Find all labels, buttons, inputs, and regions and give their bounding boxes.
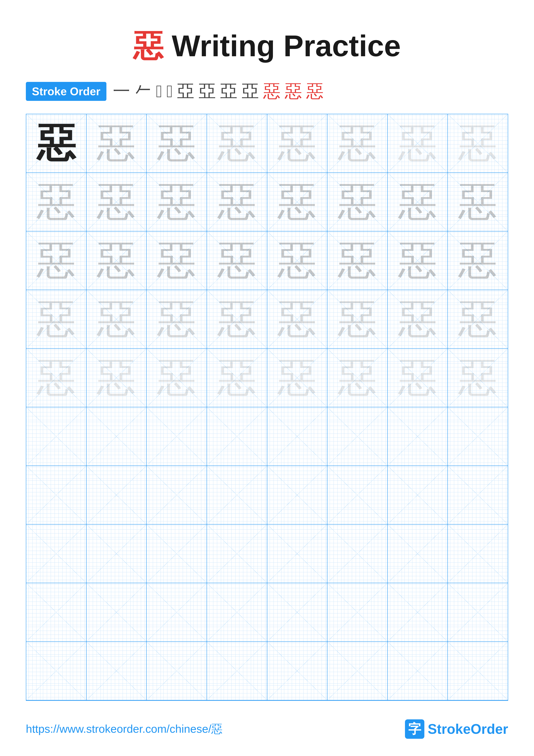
grid-cell[interactable] [207,642,267,700]
grid-cell[interactable] [267,466,328,524]
grid-cell[interactable]: 惡 [267,231,328,290]
grid-cell[interactable] [267,407,328,466]
page-title: 惡 Writing Practice [0,0,534,67]
grid-cell[interactable] [327,525,388,583]
grid-cell[interactable] [327,407,388,466]
grid-cell[interactable] [87,407,147,466]
grid-cell[interactable]: 惡 [87,114,147,173]
grid-cell[interactable]: 惡 [147,290,207,348]
grid-cell[interactable]: 惡 [267,349,328,407]
grid-cell[interactable]: 惡 [147,173,207,231]
grid-cell[interactable]: 惡 [327,231,388,290]
cell-char: 惡 [157,182,196,221]
grid-cell[interactable] [267,642,328,700]
grid-cell[interactable]: 惡 [388,349,448,407]
grid-cell[interactable]: 惡 [87,290,147,348]
grid-cell[interactable] [207,407,267,466]
grid-cell[interactable] [147,583,207,641]
grid-cell[interactable] [267,583,328,641]
stroke-9: 惡 [263,80,280,103]
grid-cell[interactable]: 惡 [26,231,87,290]
grid-cell[interactable]: 惡 [448,290,508,348]
cell-char: 惡 [37,300,76,338]
grid-cell[interactable] [147,407,207,466]
grid-cell[interactable]: 惡 [207,231,267,290]
grid-cell[interactable]: 惡 [26,290,87,348]
grid-cell[interactable] [267,525,328,583]
cell-char: 惡 [97,182,136,221]
grid-cell[interactable]: 惡 [448,231,508,290]
grid-cell[interactable]: 惡 [26,349,87,407]
grid-cell[interactable]: 惡 [448,173,508,231]
stroke-order-badge: Stroke Order [26,82,106,101]
grid-cell[interactable]: 惡 [267,114,328,173]
grid-cell[interactable] [87,525,147,583]
grid-cell[interactable] [327,642,388,700]
grid-cell[interactable]: 惡 [327,290,388,348]
cell-char: 惡 [458,182,497,221]
grid-cell[interactable] [26,525,87,583]
grid-cell[interactable] [448,466,508,524]
cell-char: 惡 [97,358,136,397]
grid-cell[interactable]: 惡 [26,173,87,231]
stroke-11: 惡 [306,80,323,103]
grid-row: 惡惡惡惡惡惡惡惡 [26,231,508,290]
grid-cell[interactable] [26,583,87,641]
grid-cell[interactable]: 惡 [388,173,448,231]
grid-cell[interactable] [26,642,87,700]
grid-cell[interactable] [147,525,207,583]
grid-cell[interactable] [388,466,448,524]
grid-cell[interactable] [207,525,267,583]
stroke-order-chars: 一 𠂉 𠃊 𠂇 亞 亞 亞 亞 惡 惡 惡 [113,80,323,103]
grid-cell[interactable] [26,466,87,524]
grid-cell[interactable] [87,466,147,524]
grid-cell[interactable]: 惡 [448,114,508,173]
grid-cell[interactable] [327,583,388,641]
grid-cell[interactable]: 惡 [147,231,207,290]
grid-cell[interactable] [207,583,267,641]
grid-cell[interactable] [388,583,448,641]
grid-cell[interactable] [87,642,147,700]
grid-cell[interactable]: 惡 [388,290,448,348]
cell-char: 惡 [217,182,256,221]
grid-cell[interactable]: 惡 [207,349,267,407]
grid-cell[interactable] [388,525,448,583]
grid-cell[interactable] [448,525,508,583]
grid-cell[interactable] [147,466,207,524]
grid-cell[interactable]: 惡 [388,114,448,173]
grid-cell[interactable]: 惡 [147,114,207,173]
grid-cell[interactable]: 惡 [87,349,147,407]
grid-cell[interactable]: 惡 [267,290,328,348]
grid-cell[interactable] [26,407,87,466]
footer-brand: 字 StrokeOrder [405,719,508,739]
grid-cell[interactable]: 惡 [207,173,267,231]
grid-cell[interactable] [448,407,508,466]
grid-cell[interactable] [448,642,508,700]
grid-cell[interactable] [388,407,448,466]
grid-cell[interactable] [388,642,448,700]
grid-cell[interactable]: 惡 [388,231,448,290]
grid-cell[interactable] [87,583,147,641]
grid-row: 惡惡惡惡惡惡惡惡 [26,114,508,173]
cell-char: 惡 [157,358,196,397]
grid-cell[interactable]: 惡 [207,114,267,173]
grid-cell[interactable] [147,642,207,700]
stroke-2: 𠂉 [135,82,152,101]
grid-cell[interactable]: 惡 [87,231,147,290]
grid-cell[interactable]: 惡 [448,349,508,407]
cell-char: 惡 [97,300,136,338]
grid-cell[interactable]: 惡 [26,114,87,173]
grid-cell[interactable]: 惡 [207,290,267,348]
grid-cell[interactable]: 惡 [87,173,147,231]
grid-cell[interactable]: 惡 [147,349,207,407]
grid-cell[interactable]: 惡 [327,173,388,231]
grid-cell[interactable]: 惡 [327,349,388,407]
practice-grid: 惡惡惡惡惡惡惡惡惡惡惡惡惡惡惡惡惡惡惡惡惡惡惡惡惡惡惡惡惡惡惡惡惡惡惡惡惡惡惡惡 [26,114,508,701]
title-text: Writing Practice [163,29,401,63]
grid-cell[interactable] [207,466,267,524]
grid-cell[interactable]: 惡 [327,114,388,173]
grid-cell[interactable] [448,583,508,641]
grid-cell[interactable]: 惡 [267,173,328,231]
grid-cell[interactable] [327,466,388,524]
stroke-6: 亞 [199,80,216,103]
